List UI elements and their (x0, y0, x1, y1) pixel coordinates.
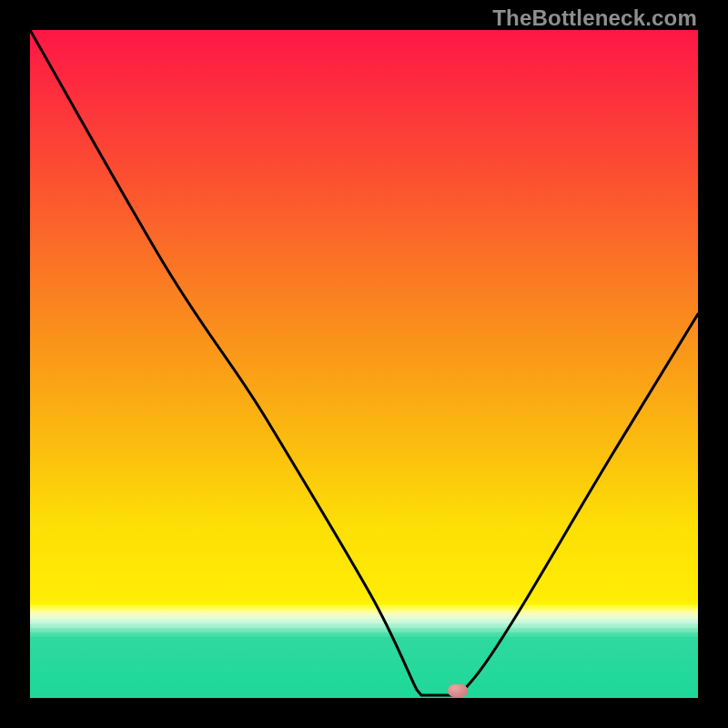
optimum-marker (448, 684, 468, 697)
bottleneck-curve (30, 30, 698, 698)
watermark-text: TheBottleneck.com (492, 5, 697, 31)
chart-frame: TheBottleneck.com (0, 0, 728, 728)
plot-area (30, 30, 698, 698)
